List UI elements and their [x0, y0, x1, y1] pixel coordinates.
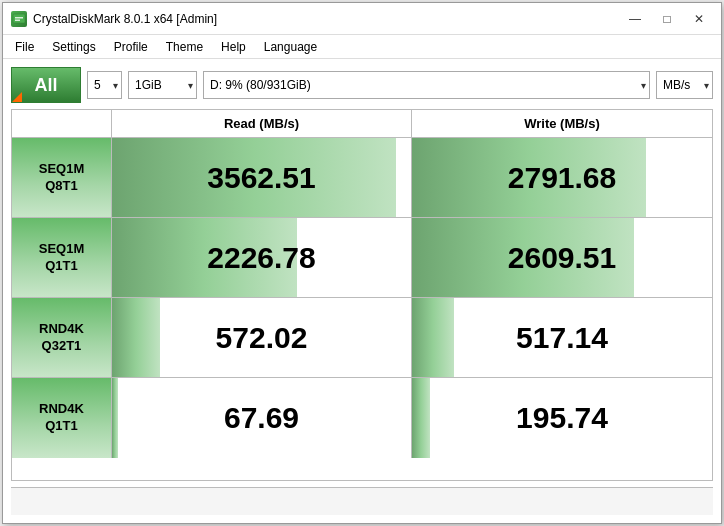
size-dropdown-wrapper: 1GiB 16MiB 32MiB 64MiB 128MiB 256MiB 512… [128, 71, 197, 99]
write-header: Write (MB/s) [412, 110, 712, 137]
menu-language[interactable]: Language [256, 38, 325, 56]
window-title: CrystalDiskMark 8.0.1 x64 [Admin] [33, 12, 217, 26]
size-select[interactable]: 1GiB 16MiB 32MiB 64MiB 128MiB 256MiB 512… [128, 71, 197, 99]
read-text-seq1m-q8t1: 3562.51 [207, 161, 315, 195]
menu-bar: File Settings Profile Theme Help Languag… [3, 35, 721, 59]
read-value-rnd4k-q1t1: 67.69 [112, 378, 412, 458]
label-header [12, 110, 112, 137]
maximize-button[interactable]: □ [653, 9, 681, 29]
read-value-seq1m-q1t1: 2226.78 [112, 218, 412, 297]
menu-theme[interactable]: Theme [158, 38, 211, 56]
drive-dropdown-wrapper: D: 9% (80/931GiB) [203, 71, 650, 99]
read-header: Read (MB/s) [112, 110, 412, 137]
read-bar-rnd4k-q32t1 [112, 298, 160, 377]
read-value-seq1m-q8t1: 3562.51 [112, 138, 412, 217]
controls-row: All 5 1 3 9 1GiB 16MiB 32MiB 64MiB 128Mi… [11, 67, 713, 103]
write-text-seq1m-q8t1: 2791.68 [508, 161, 616, 195]
write-value-rnd4k-q32t1: 517.14 [412, 298, 712, 377]
write-value-rnd4k-q1t1: 195.74 [412, 378, 712, 458]
read-bar-rnd4k-q1t1 [112, 378, 118, 458]
write-bar-rnd4k-q1t1 [412, 378, 430, 458]
write-text-rnd4k-q32t1: 517.14 [516, 321, 608, 355]
write-text-rnd4k-q1t1: 195.74 [516, 401, 608, 435]
svg-rect-2 [15, 19, 20, 21]
write-value-seq1m-q8t1: 2791.68 [412, 138, 712, 217]
data-table: Read (MB/s) Write (MB/s) SEQ1MQ8T1 3562.… [11, 109, 713, 481]
runs-dropdown-wrapper: 5 1 3 9 [87, 71, 122, 99]
status-bar [11, 487, 713, 515]
main-content: All 5 1 3 9 1GiB 16MiB 32MiB 64MiB 128Mi… [3, 59, 721, 523]
write-text-seq1m-q1t1: 2609.51 [508, 241, 616, 275]
write-value-seq1m-q1t1: 2609.51 [412, 218, 712, 297]
row-label-rnd4k-q32t1: RND4KQ32T1 [12, 298, 112, 377]
table-row: RND4KQ32T1 572.02 517.14 [12, 298, 712, 378]
unit-dropdown-wrapper: MB/s Gb/s IOPS μs [656, 71, 713, 99]
title-bar-controls: — □ ✕ [621, 9, 713, 29]
row-label-seq1m-q1t1: SEQ1MQ1T1 [12, 218, 112, 297]
read-text-rnd4k-q1t1: 67.69 [224, 401, 299, 435]
app-icon [11, 11, 27, 27]
table-header: Read (MB/s) Write (MB/s) [12, 110, 712, 138]
read-text-seq1m-q1t1: 2226.78 [207, 241, 315, 275]
menu-file[interactable]: File [7, 38, 42, 56]
menu-profile[interactable]: Profile [106, 38, 156, 56]
table-row: RND4KQ1T1 67.69 195.74 [12, 378, 712, 458]
write-bar-rnd4k-q32t1 [412, 298, 454, 377]
main-window: CrystalDiskMark 8.0.1 x64 [Admin] — □ ✕ … [2, 2, 722, 524]
drive-select[interactable]: D: 9% (80/931GiB) [203, 71, 650, 99]
title-bar: CrystalDiskMark 8.0.1 x64 [Admin] — □ ✕ [3, 3, 721, 35]
svg-rect-1 [15, 17, 23, 19]
table-row: SEQ1MQ1T1 2226.78 2609.51 [12, 218, 712, 298]
minimize-button[interactable]: — [621, 9, 649, 29]
table-row: SEQ1MQ8T1 3562.51 2791.68 [12, 138, 712, 218]
read-text-rnd4k-q32t1: 572.02 [216, 321, 308, 355]
title-bar-left: CrystalDiskMark 8.0.1 x64 [Admin] [11, 11, 217, 27]
menu-help[interactable]: Help [213, 38, 254, 56]
all-button[interactable]: All [11, 67, 81, 103]
row-label-seq1m-q8t1: SEQ1MQ8T1 [12, 138, 112, 217]
menu-settings[interactable]: Settings [44, 38, 103, 56]
unit-select[interactable]: MB/s Gb/s IOPS μs [656, 71, 713, 99]
runs-select[interactable]: 5 1 3 9 [87, 71, 122, 99]
row-label-rnd4k-q1t1: RND4KQ1T1 [12, 378, 112, 458]
read-value-rnd4k-q32t1: 572.02 [112, 298, 412, 377]
close-button[interactable]: ✕ [685, 9, 713, 29]
